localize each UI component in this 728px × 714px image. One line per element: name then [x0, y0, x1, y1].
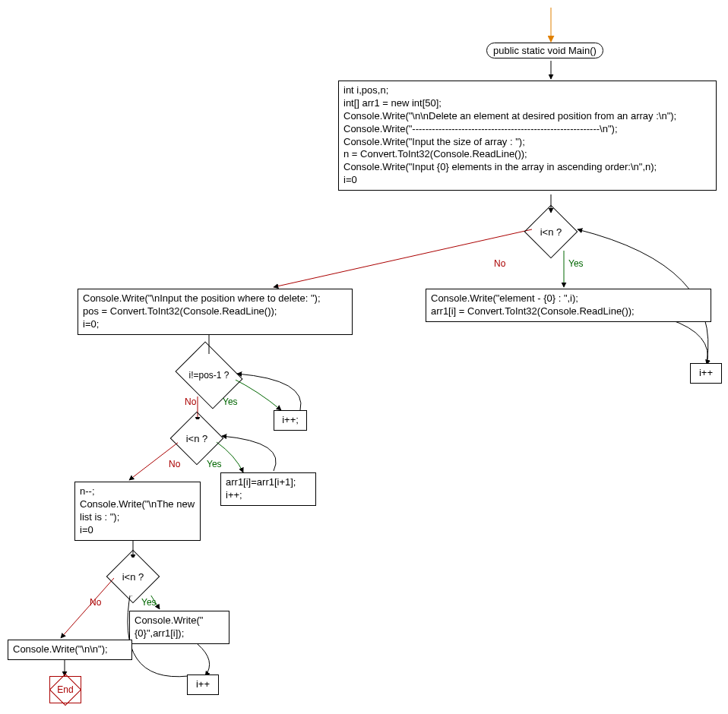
pos-input-block: Console.Write("\nInput the position wher… [78, 289, 353, 335]
increment-block-2: i++; [274, 410, 307, 431]
edge-label-no: No [90, 597, 101, 608]
increment-block-1: i++ [690, 363, 722, 384]
edge-label-yes: Yes [568, 258, 584, 269]
start-terminator: public static void Main() [486, 43, 603, 58]
final-write-block: Console.Write("\n\n"); [8, 640, 132, 660]
edge-label-yes: Yes [223, 396, 238, 407]
decision-i-lt-n-2: i<n ? [178, 419, 216, 457]
increment-block-3: i++ [187, 675, 219, 695]
print-item-block: Console.Write(" {0}",arr1[i]); [129, 611, 229, 644]
decision-i-lt-n-1: i<n ? [532, 213, 570, 251]
edge-label-no: No [169, 459, 180, 469]
decision-i-lt-n-3: i<n ? [114, 558, 152, 596]
newlist-block: n--; Console.Write("\nThe new list is : … [74, 482, 201, 541]
init-block: int i,pos,n; int[] arr1 = new int[50]; C… [338, 81, 717, 191]
edge-label-yes: Yes [141, 597, 157, 608]
shift-block: arr1[i]=arr1[i+1]; i++; [220, 472, 316, 506]
end-terminator: End [49, 676, 81, 703]
loop1-body-block: Console.Write("element - {0} : ",i); arr… [426, 289, 711, 322]
edge-label-no: No [494, 258, 505, 269]
decision-not-pos: i!=pos-1 ? [182, 354, 236, 396]
edge-label-yes: Yes [207, 459, 222, 469]
edge-label-no: No [185, 396, 196, 407]
main-label: public static void Main() [493, 45, 597, 56]
